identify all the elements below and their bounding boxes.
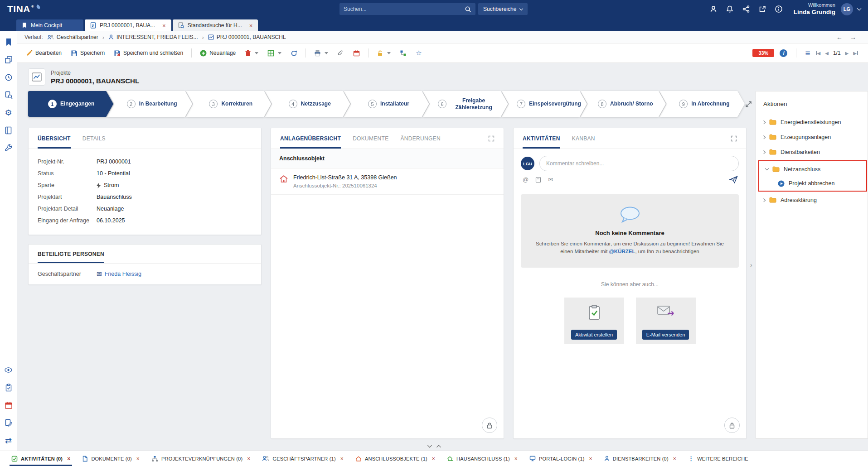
step-in-bearbeitung[interactable]: 2 In Bearbeitung [107, 91, 192, 117]
workflow-button[interactable] [396, 47, 411, 59]
breadcrumb-item-geschaeftspartner[interactable]: Geschäftspartner [47, 34, 98, 40]
search-box[interactable] [339, 3, 475, 15]
edit-button[interactable]: Bearbeiten [22, 47, 66, 59]
notifications-bell-icon[interactable] [723, 2, 737, 16]
tab-uebersicht[interactable]: ÜBERSICHT [38, 128, 71, 149]
search-records-icon[interactable] [4, 91, 13, 100]
bottom-tab-anschlussobjekte[interactable]: ANSCHLUSSOBJEKTE (1) × [349, 451, 441, 466]
comment-input[interactable] [539, 156, 739, 171]
table-view-button[interactable] [263, 47, 286, 59]
bottom-tab-dienstbarkeiten[interactable]: DIENSTBARKEITEN (0) × [598, 451, 682, 466]
tab-aenderungen[interactable]: ÄNDERUNGEN [401, 128, 441, 149]
action-folder-dienstbarkeiten[interactable]: Dienstbarkeiten [756, 144, 868, 159]
windows-icon[interactable] [4, 55, 13, 64]
bottom-tab-weitere-bereiche[interactable]: ⋮ WEITERE BEREICHE [682, 451, 754, 466]
close-icon[interactable]: × [246, 22, 253, 29]
user-avatar[interactable]: LG [841, 3, 853, 15]
history-icon[interactable] [4, 73, 13, 82]
step-einspeiseverguetung[interactable]: 7 Einspeisevergütung [502, 91, 587, 117]
search-scope-button[interactable]: Suchbereiche [478, 3, 528, 15]
app-logo[interactable]: TINA® [7, 4, 40, 14]
share-icon[interactable] [739, 2, 753, 16]
history-back-icon[interactable]: ← [836, 34, 843, 41]
clipboard-icon[interactable] [4, 383, 13, 392]
tab-mein-cockpit[interactable]: Mein Cockpit [16, 19, 83, 31]
business-partner-link[interactable]: ✉ Frieda Fleissig [97, 270, 141, 278]
lock-toggle-button[interactable] [724, 418, 740, 433]
anschlussobjekt-list-item[interactable]: Friedrich-List-Straße 31 A, 35398 Gießen… [271, 168, 504, 195]
bottom-tab-hausanschluss[interactable]: HAUSANSCHLUSS (1) × [441, 451, 524, 466]
close-icon[interactable]: × [589, 456, 592, 462]
close-icon[interactable]: × [159, 22, 166, 29]
close-icon[interactable]: × [247, 456, 250, 462]
action-folder-erzeugungsanlagen[interactable]: Erzeugungsanlagen [756, 130, 868, 144]
mail-icon[interactable]: ✉ [548, 176, 553, 183]
close-icon[interactable]: × [673, 456, 676, 462]
external-link-icon[interactable] [756, 2, 769, 16]
fullscreen-icon[interactable] [731, 128, 737, 149]
step-installateur[interactable]: 5 Installateur [344, 91, 429, 117]
close-icon[interactable]: × [340, 456, 344, 462]
fullscreen-icon[interactable] [488, 128, 495, 149]
close-icon[interactable]: × [136, 456, 140, 462]
previous-page-button[interactable]: ◀ [825, 51, 829, 56]
bottom-tab-projekteverknuepfungen[interactable]: PROJEKTEVERKNÜPFUNGEN (0) × [145, 451, 256, 466]
step-abbruch-storno[interactable]: 8 Abbruch/ Storno [581, 91, 666, 117]
wrench-icon[interactable] [4, 144, 13, 153]
step-freigabe-zaehlersetzung[interactable]: 6 Freigabe Zählersetzung [423, 91, 508, 117]
tab-details[interactable]: DETAILS [82, 128, 106, 149]
note-icon[interactable] [535, 177, 541, 183]
tab-standardsuche[interactable]: Standardsuche für H... × [173, 19, 258, 31]
agent-icon[interactable] [707, 2, 720, 16]
bottom-tab-aktivitaeten[interactable]: AKTIVITÄTEN (0) × [5, 451, 76, 466]
watchlist-eye-icon[interactable] [4, 365, 13, 375]
save-button[interactable]: Speichern [67, 47, 109, 59]
search-input[interactable] [344, 6, 465, 12]
favorite-star-button[interactable]: ☆ [412, 46, 426, 60]
calendar-icon[interactable] [4, 401, 13, 410]
panel-collapse-handle-icon[interactable]: › [750, 261, 752, 269]
send-email-button[interactable]: E-Mail versenden [642, 330, 689, 340]
step-eingegangen[interactable]: 1 Eingegangen [28, 91, 113, 117]
send-comment-icon[interactable] [729, 176, 738, 183]
attachment-button[interactable] [333, 47, 348, 59]
mention-link[interactable]: @KÜRZEL [609, 249, 635, 254]
tab-dokumente[interactable]: DOKUMENTE [353, 128, 388, 149]
mention-at-icon[interactable]: @ [523, 176, 529, 183]
lock-toggle-button[interactable] [482, 418, 497, 433]
breadcrumb-item-prj[interactable]: PRJ 0000001, BAUANSCHL [208, 34, 286, 40]
search-icon[interactable] [465, 6, 471, 13]
catalog-icon[interactable] [4, 126, 13, 135]
last-page-button[interactable]: ▶ [853, 51, 858, 56]
tab-aktivitaeten[interactable]: AKTIVITÄTEN [523, 128, 560, 149]
user-menu-chevron-icon[interactable] [857, 6, 862, 10]
lock-button[interactable] [373, 47, 395, 59]
bottom-tab-portal-login[interactable]: PORTAL-LOGIN (1) × [524, 451, 598, 466]
tab-prj-0000001[interactable]: PRJ 0000001, BAUA... × [85, 19, 171, 31]
close-icon[interactable]: × [514, 456, 518, 462]
tab-anlagenuebersicht[interactable]: ANLAGENÜBERSICHT [280, 128, 341, 149]
first-page-button[interactable]: ◀ [816, 51, 821, 56]
breadcrumb-item-interessent[interactable]: INTERESSENT, FRIEDA FLEIS... [108, 34, 198, 40]
sync-icon[interactable]: ⇄ [4, 436, 13, 445]
step-in-abrechnung[interactable]: 9 In Abrechnung [659, 91, 745, 117]
action-folder-adressklaerung[interactable]: Adressklärung [756, 192, 868, 207]
collapse-up-icon[interactable] [436, 445, 441, 450]
menu-icon[interactable]: ≡ [805, 49, 810, 58]
delete-button[interactable] [241, 47, 262, 59]
refresh-button[interactable] [286, 47, 301, 59]
new-record-button[interactable]: Neuanlage [196, 47, 240, 59]
gear-icon[interactable]: ⚙ [4, 108, 13, 117]
action-folder-netzanschluss[interactable]: Netzanschluss [759, 162, 866, 177]
tab-beteiligte-personen[interactable]: BETEILIGTE PERSONEN [38, 251, 104, 263]
info-icon[interactable] [772, 2, 786, 16]
calendar-button[interactable] [349, 47, 364, 59]
history-forward-icon[interactable]: → [850, 34, 856, 41]
bottom-tab-geschaeftspartner[interactable]: GESCHÄFTSPARTNER (1) × [256, 451, 349, 466]
create-activity-button[interactable]: Aktivität erstellen [571, 330, 617, 340]
info-icon[interactable]: i [780, 49, 787, 57]
next-page-button[interactable]: ▶ [845, 51, 849, 56]
step-netzzusage[interactable]: 4 Netzzusage [265, 91, 350, 117]
close-icon[interactable]: × [432, 456, 435, 462]
action-folder-energiedienstleistungen[interactable]: Energiedienstleistungen [756, 115, 868, 130]
